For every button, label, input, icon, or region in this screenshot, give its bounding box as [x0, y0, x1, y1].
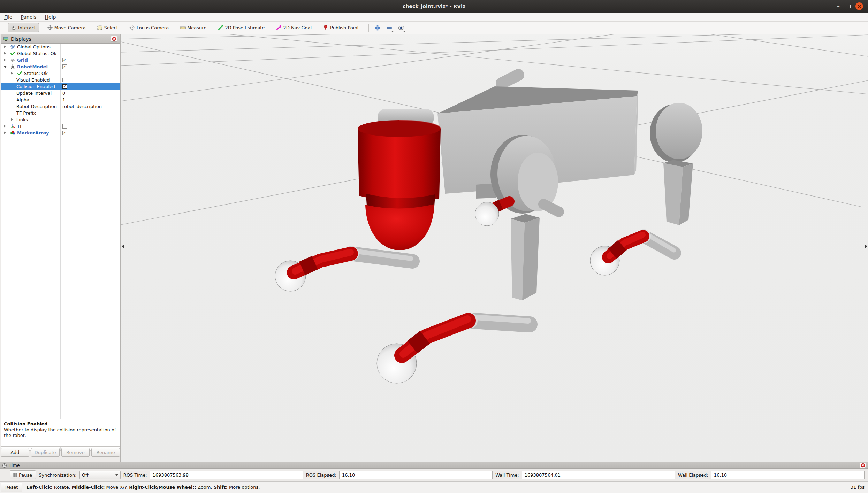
tree-row-status-ok[interactable]: Status: Ok — [1, 70, 120, 77]
tool-2d-pose-estimate[interactable]: 2D Pose Estimate — [214, 23, 268, 32]
menu-file[interactable]: File — [4, 13, 16, 21]
tree-label: Links — [16, 116, 28, 123]
remove-tool-button[interactable] — [385, 23, 394, 33]
checkbox-collision-enabled[interactable]: ✓ — [62, 84, 67, 89]
rear-leg-box — [663, 160, 693, 225]
tree-row-global-status-ok[interactable]: Global Status: Ok — [1, 50, 120, 57]
tree-row-markerarray[interactable]: MarkerArray✓ — [1, 130, 120, 136]
tree-label: Status: Ok — [24, 70, 48, 77]
tree-label: RobotModel — [17, 63, 48, 70]
time-panel-title: Time — [9, 463, 858, 468]
render-viewport[interactable] — [121, 34, 868, 462]
expander-icon[interactable] — [4, 52, 6, 55]
expander-icon[interactable] — [4, 125, 6, 128]
tree-row-tf[interactable]: TF — [1, 123, 120, 130]
rviz-window: check_joint.rviz* - RViz – × FilePanelsH… — [0, 0, 868, 493]
time-panel-close-button[interactable] — [860, 463, 866, 468]
value-robot-description[interactable]: robot_description — [62, 103, 102, 110]
checkbox-markerarray[interactable]: ✓ — [62, 131, 67, 135]
title-bar[interactable]: check_joint.rviz* - RViz – × — [0, 0, 868, 13]
tree-row-global-options[interactable]: Global Options — [1, 44, 120, 50]
toolbar-drag-handle[interactable] — [3, 24, 6, 32]
tool-move-camera[interactable]: Move Camera — [44, 23, 89, 32]
tree-row-robotmodel[interactable]: RobotModel✓ — [1, 63, 120, 70]
add-tool-button[interactable] — [373, 23, 382, 33]
chevron-down-icon — [115, 474, 118, 476]
tree-label: MarkerArray — [17, 130, 49, 136]
status-bar: Reset Left-Click: Rotate. Middle-Click: … — [0, 481, 868, 493]
ros-elapsed-label: ROS Elapsed: — [306, 472, 336, 478]
checkbox-visual-enabled[interactable] — [62, 78, 67, 82]
displays-panel-header[interactable]: Displays — [1, 34, 120, 44]
menu-help[interactable]: Help — [45, 13, 60, 21]
expander-icon[interactable] — [4, 59, 6, 61]
tree-row-alpha[interactable]: Alpha1 — [1, 97, 120, 103]
tool-publish-point[interactable]: Publish Point — [320, 23, 362, 32]
tool-interact[interactable]: Interact — [8, 23, 39, 32]
arrow-magenta-icon — [276, 25, 282, 31]
tree-row-tf-prefix[interactable]: TF Prefix — [1, 110, 120, 116]
tree-label: Update Interval — [16, 90, 52, 97]
far-leg-stub — [543, 204, 559, 212]
checkbox-grid[interactable]: ✓ — [62, 58, 67, 62]
checkbox-tf[interactable] — [62, 124, 67, 129]
tree-description-splitter[interactable] — [1, 417, 120, 419]
maximize-icon[interactable] — [847, 5, 851, 8]
value-update-interval[interactable]: 0 — [62, 90, 65, 97]
duplicate-button[interactable]: Duplicate — [31, 448, 60, 457]
time-panel-header[interactable]: Time — [0, 462, 868, 469]
expander-icon[interactable] — [4, 131, 6, 134]
wall-elapsed-input[interactable] — [711, 471, 865, 479]
tool-label: Measure — [187, 25, 206, 30]
reset-button[interactable]: Reset — [1, 483, 22, 492]
caret-down-icon — [403, 31, 406, 32]
tree-label: Grid — [17, 57, 28, 63]
3d-scene — [121, 34, 868, 462]
tree-row-robot-description[interactable]: Robot Descriptionrobot_description — [1, 103, 120, 110]
rename-button[interactable]: Rename — [91, 448, 120, 457]
focus-icon — [129, 25, 135, 31]
remove-button[interactable]: Remove — [61, 448, 90, 457]
tree-row-collision-enabled[interactable]: Collision Enabled✓ — [1, 83, 120, 90]
expander-icon[interactable] — [11, 72, 13, 75]
tool-measure[interactable]: Measure — [177, 23, 210, 32]
expander-icon[interactable] — [4, 45, 6, 48]
gear-icon — [10, 44, 15, 49]
wall-time-input[interactable] — [522, 471, 675, 479]
minimize-icon[interactable]: – — [835, 3, 842, 9]
time-controls: Pause Synchronization: Off ROS Time:ROS … — [0, 469, 868, 481]
ros-time-input[interactable] — [150, 471, 303, 479]
pause-icon — [12, 472, 17, 478]
collapse-right-arrow[interactable] — [865, 245, 867, 248]
tool-focus-camera[interactable]: Focus Camera — [126, 23, 172, 32]
menu-panels[interactable]: Panels — [21, 13, 40, 21]
property-description: Collision Enabled Whether to display the… — [1, 419, 120, 447]
add-button[interactable]: Add — [1, 448, 29, 457]
value-alpha[interactable]: 1 — [62, 97, 65, 103]
pin-icon — [323, 25, 329, 31]
tree-row-grid[interactable]: Grid✓ — [1, 57, 120, 63]
tree-row-update-interval[interactable]: Update Interval0 — [1, 90, 120, 97]
expander-icon[interactable] — [11, 118, 13, 121]
checkbox-robotmodel[interactable]: ✓ — [62, 64, 67, 69]
synchronization-select[interactable]: Off — [79, 471, 121, 479]
tree-row-links[interactable]: Links — [1, 116, 120, 123]
tool-label: Publish Point — [330, 25, 359, 30]
tree-label: Global Status: Ok — [17, 50, 56, 57]
tool-2d-nav-goal[interactable]: 2D Nav Goal — [273, 23, 315, 32]
robot-icon — [10, 64, 15, 69]
hand-icon — [11, 25, 17, 31]
tool-select[interactable]: Select — [94, 23, 121, 32]
ros-elapsed-input[interactable] — [339, 471, 493, 479]
tree-row-visual-enabled[interactable]: Visual Enabled — [1, 77, 120, 83]
arrow-green-icon — [218, 25, 223, 31]
synchronization-value: Off — [82, 472, 113, 478]
close-icon[interactable]: × — [855, 2, 863, 10]
tree-label: Global Options — [17, 44, 51, 50]
collapse-left-arrow[interactable] — [122, 245, 124, 248]
tool-visibility-button[interactable] — [397, 23, 406, 33]
expander-icon[interactable] — [4, 66, 7, 68]
check-icon — [10, 51, 15, 56]
pause-button[interactable]: Pause — [10, 470, 36, 479]
panel-close-button[interactable] — [111, 36, 117, 42]
